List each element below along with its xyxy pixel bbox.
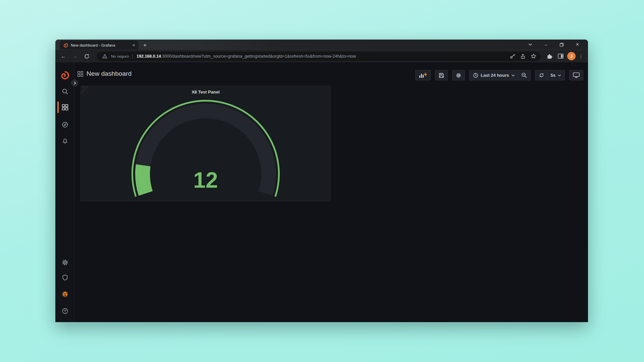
minimize-button[interactable]: –: [538, 40, 554, 50]
browser-toolbar: ← → No seguro 192.168.0.14:3000/dashboar…: [55, 50, 588, 62]
dashboard-header: New dashboard: [75, 62, 588, 82]
sidebar-item-admin-shield-icon[interactable]: [62, 274, 68, 281]
grafana-favicon-icon: [63, 43, 68, 48]
sidebar-item-alerting-bell-icon[interactable]: [62, 137, 68, 144]
page-title: New dashboard: [87, 70, 131, 77]
panel-title: X8 Test Panel: [192, 89, 220, 95]
sidebar-item-configuration-gear-icon[interactable]: [62, 259, 68, 266]
sidebar-expand-button[interactable]: [71, 79, 78, 86]
apps-grid-icon: [77, 71, 83, 77]
url-host: 192.168.0.14: [137, 54, 161, 59]
refresh-interval-label: 5s: [551, 73, 555, 78]
browser-window: New dashboard - Grafana × + – × ← →: [55, 40, 588, 322]
tv-view-mode-button[interactable]: [569, 70, 583, 80]
add-panel-button[interactable]: [415, 70, 431, 80]
refresh-group: 5s: [535, 70, 565, 80]
forward-button: →: [70, 52, 80, 61]
time-range-button[interactable]: Last 24 hours: [473, 73, 515, 78]
omnibox-divider: [132, 54, 133, 59]
grafana-logo-icon[interactable]: [61, 71, 69, 80]
refresh-button[interactable]: [539, 72, 544, 78]
sidebar-item-dashboards[interactable]: [62, 104, 68, 111]
dashboard-toolbar: Last 24 hours: [415, 70, 583, 80]
browser-tab-active[interactable]: New dashboard - Grafana ×: [60, 41, 139, 50]
new-tab-button[interactable]: +: [143, 42, 147, 48]
share-icon[interactable]: [519, 52, 527, 60]
panel-header[interactable]: X8 Test Panel: [81, 86, 330, 98]
extensions-puzzle-icon[interactable]: [545, 52, 554, 61]
reload-button[interactable]: [82, 52, 92, 61]
sidebar-item-help-icon[interactable]: ?: [62, 308, 68, 314]
save-dashboard-button[interactable]: [435, 70, 448, 80]
tab-strip: New dashboard - Grafana × + – ×: [55, 40, 588, 50]
grafana-main: New dashboard: [75, 62, 588, 322]
search-icon[interactable]: [62, 88, 68, 95]
window-controls: – ×: [522, 40, 585, 50]
dashboard-settings-button[interactable]: [452, 70, 465, 80]
gauge-value-text: 12: [193, 168, 218, 192]
sidebar-item-explore-compass-icon[interactable]: [62, 121, 68, 128]
side-panel-icon[interactable]: [556, 52, 565, 61]
time-picker-group: Last 24 hours: [469, 70, 531, 80]
desktop-background: New dashboard - Grafana × + – × ← →: [0, 0, 644, 362]
svg-text:?: ?: [64, 309, 66, 313]
address-bar[interactable]: No seguro 192.168.0.14:3000/dashboard/ne…: [97, 52, 541, 61]
profile-avatar[interactable]: J: [567, 52, 576, 60]
window-close-button[interactable]: ×: [570, 40, 585, 50]
time-range-label: Last 24 hours: [481, 73, 509, 78]
password-key-icon[interactable]: [508, 52, 517, 60]
bookmark-star-icon[interactable]: [529, 52, 537, 60]
security-label: No seguro: [111, 54, 129, 58]
panel-info-icon[interactable]: i: [81, 86, 82, 92]
active-section-indicator: [57, 102, 59, 113]
tab-title: New dashboard - Grafana: [71, 43, 129, 47]
zoom-out-time-button[interactable]: [521, 72, 527, 78]
gauge-value-arc: [143, 165, 146, 193]
browser-menu-kebab-icon[interactable]: ⋮: [578, 54, 584, 59]
grafana-app: ? New dashboard: [55, 62, 588, 322]
not-secure-warning-icon[interactable]: [101, 52, 109, 60]
restore-button[interactable]: [554, 40, 570, 50]
gauge-panel: i X8 Test Panel 12: [80, 86, 331, 201]
url-text: 192.168.0.14:3000/dashboard/new?utm_sour…: [137, 54, 506, 59]
url-path: :3000/dashboard/new?utm_source=grafana_g…: [161, 54, 356, 59]
refresh-interval-button[interactable]: 5s: [551, 73, 561, 78]
back-button[interactable]: ←: [59, 52, 68, 61]
dashboard-canvas: i X8 Test Panel 12: [75, 82, 588, 322]
sidebar-item-plugin-app-icon[interactable]: [61, 291, 69, 298]
tab-close-icon[interactable]: ×: [132, 43, 136, 48]
gauge-chart: 12: [81, 98, 330, 201]
grafana-sidebar: ?: [55, 62, 75, 322]
tab-search-caret-icon[interactable]: [522, 40, 538, 50]
